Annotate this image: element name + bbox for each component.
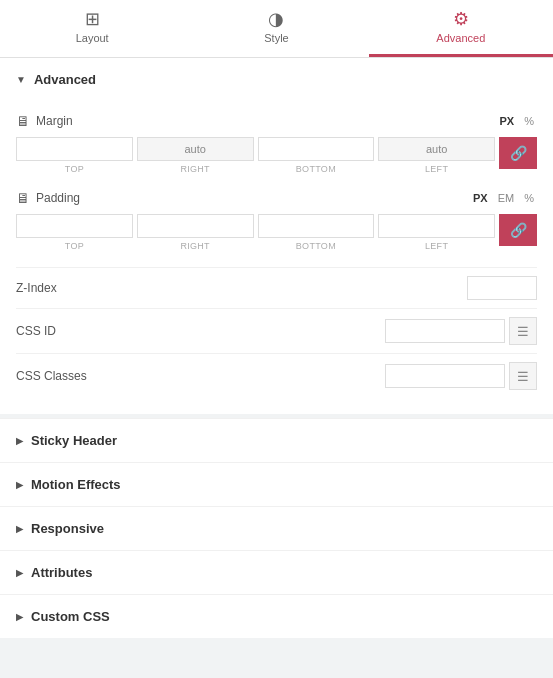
- motion-effects-toggle[interactable]: ▶ Motion Effects: [0, 463, 553, 506]
- responsive-label: Responsive: [31, 521, 104, 536]
- padding-bottom-input[interactable]: [258, 214, 375, 238]
- css-classes-right: ☰: [385, 362, 537, 390]
- tab-layout[interactable]: ⊞ Layout: [0, 0, 184, 57]
- css-id-field: CSS ID ☰: [16, 308, 537, 353]
- margin-right-box: RIGHT: [137, 137, 254, 174]
- padding-unit-em[interactable]: EM: [495, 191, 518, 205]
- attributes-toggle[interactable]: ▶ Attributes: [0, 551, 553, 594]
- padding-unit-px[interactable]: PX: [470, 191, 491, 205]
- margin-left-box: LEFT: [378, 137, 495, 174]
- padding-label: 🖥 Padding: [16, 190, 80, 206]
- collapsible-sections: ▶ Sticky Header ▶ Motion Effects ▶ Respo…: [0, 418, 553, 638]
- padding-right-box: RIGHT: [137, 214, 254, 251]
- padding-link-button[interactable]: 🔗: [499, 214, 537, 246]
- attributes-section: ▶ Attributes: [0, 550, 553, 594]
- advanced-arrow-icon: ▼: [16, 74, 26, 85]
- padding-left-box: LEFT: [378, 214, 495, 251]
- margin-top-box: TOP: [16, 137, 133, 174]
- margin-unit-switcher: PX %: [497, 114, 537, 128]
- css-id-label: CSS ID: [16, 324, 56, 338]
- css-id-input[interactable]: [385, 319, 505, 343]
- z-index-label: Z-Index: [16, 281, 57, 295]
- margin-bottom-label: BOTTOM: [296, 164, 336, 174]
- padding-inputs: TOP RIGHT BOTTOM LEFT 🔗: [16, 214, 537, 251]
- css-classes-label: CSS Classes: [16, 369, 87, 383]
- padding-top-box: TOP: [16, 214, 133, 251]
- motion-effects-section: ▶ Motion Effects: [0, 462, 553, 506]
- responsive-toggle[interactable]: ▶ Responsive: [0, 507, 553, 550]
- responsive-section: ▶ Responsive: [0, 506, 553, 550]
- responsive-arrow-icon: ▶: [16, 524, 23, 534]
- margin-bottom-box: BOTTOM: [258, 137, 375, 174]
- padding-top-label: TOP: [65, 241, 84, 251]
- padding-unit-percent[interactable]: %: [521, 191, 537, 205]
- tab-bar: ⊞ Layout ◑ Style ⚙ Advanced: [0, 0, 553, 58]
- advanced-section: ▼ Advanced 🖥 Margin PX % TOP: [0, 58, 553, 414]
- layout-icon: ⊞: [85, 10, 100, 28]
- motion-effects-label: Motion Effects: [31, 477, 121, 492]
- margin-left-input[interactable]: [378, 137, 495, 161]
- margin-right-label: RIGHT: [180, 164, 210, 174]
- z-index-field: Z-Index: [16, 267, 537, 308]
- margin-right-input[interactable]: [137, 137, 254, 161]
- margin-label: 🖥 Margin: [16, 113, 73, 129]
- margin-unit-percent[interactable]: %: [521, 114, 537, 128]
- motion-effects-arrow-icon: ▶: [16, 480, 23, 490]
- padding-label-text: Padding: [36, 191, 80, 205]
- z-index-input[interactable]: [467, 276, 537, 300]
- margin-label-text: Margin: [36, 114, 73, 128]
- margin-header: 🖥 Margin PX %: [16, 113, 537, 129]
- z-index-right: [467, 276, 537, 300]
- advanced-section-header[interactable]: ▼ Advanced: [0, 58, 553, 101]
- padding-left-label: LEFT: [425, 241, 448, 251]
- custom-css-toggle[interactable]: ▶ Custom CSS: [0, 595, 553, 638]
- advanced-icon: ⚙: [453, 10, 469, 28]
- css-id-right: ☰: [385, 317, 537, 345]
- margin-link-button[interactable]: 🔗: [499, 137, 537, 169]
- margin-left-label: LEFT: [425, 164, 448, 174]
- sticky-header-arrow-icon: ▶: [16, 436, 23, 446]
- tab-advanced-label: Advanced: [436, 32, 485, 44]
- margin-inputs: TOP RIGHT BOTTOM LEFT 🔗: [16, 137, 537, 174]
- padding-header: 🖥 Padding PX EM %: [16, 190, 537, 206]
- margin-monitor-icon: 🖥: [16, 113, 30, 129]
- padding-bottom-label: BOTTOM: [296, 241, 336, 251]
- padding-unit-switcher: PX EM %: [470, 191, 537, 205]
- css-classes-input[interactable]: [385, 364, 505, 388]
- custom-css-arrow-icon: ▶: [16, 612, 23, 622]
- advanced-section-title: Advanced: [34, 72, 96, 87]
- style-icon: ◑: [268, 10, 284, 28]
- margin-unit-px[interactable]: PX: [497, 114, 518, 128]
- attributes-label: Attributes: [31, 565, 92, 580]
- sticky-header-toggle[interactable]: ▶ Sticky Header: [0, 419, 553, 462]
- margin-top-input[interactable]: [16, 137, 133, 161]
- css-id-list-button[interactable]: ☰: [509, 317, 537, 345]
- margin-top-label: TOP: [65, 164, 84, 174]
- sticky-header-label: Sticky Header: [31, 433, 117, 448]
- tab-style[interactable]: ◑ Style: [184, 0, 368, 57]
- custom-css-label: Custom CSS: [31, 609, 110, 624]
- tab-layout-label: Layout: [76, 32, 109, 44]
- attributes-arrow-icon: ▶: [16, 568, 23, 578]
- margin-bottom-input[interactable]: [258, 137, 375, 161]
- padding-right-label: RIGHT: [180, 241, 210, 251]
- padding-group: 🖥 Padding PX EM % TOP RIGHT: [16, 190, 537, 251]
- advanced-content: 🖥 Margin PX % TOP RIGHT: [0, 101, 553, 414]
- sticky-header-section: ▶ Sticky Header: [0, 418, 553, 462]
- padding-right-input[interactable]: [137, 214, 254, 238]
- padding-left-input[interactable]: [378, 214, 495, 238]
- custom-css-section: ▶ Custom CSS: [0, 594, 553, 638]
- margin-group: 🖥 Margin PX % TOP RIGHT: [16, 113, 537, 174]
- tab-style-label: Style: [264, 32, 288, 44]
- padding-monitor-icon: 🖥: [16, 190, 30, 206]
- css-classes-list-button[interactable]: ☰: [509, 362, 537, 390]
- padding-bottom-box: BOTTOM: [258, 214, 375, 251]
- css-classes-field: CSS Classes ☰: [16, 353, 537, 398]
- padding-top-input[interactable]: [16, 214, 133, 238]
- tab-advanced[interactable]: ⚙ Advanced: [369, 0, 553, 57]
